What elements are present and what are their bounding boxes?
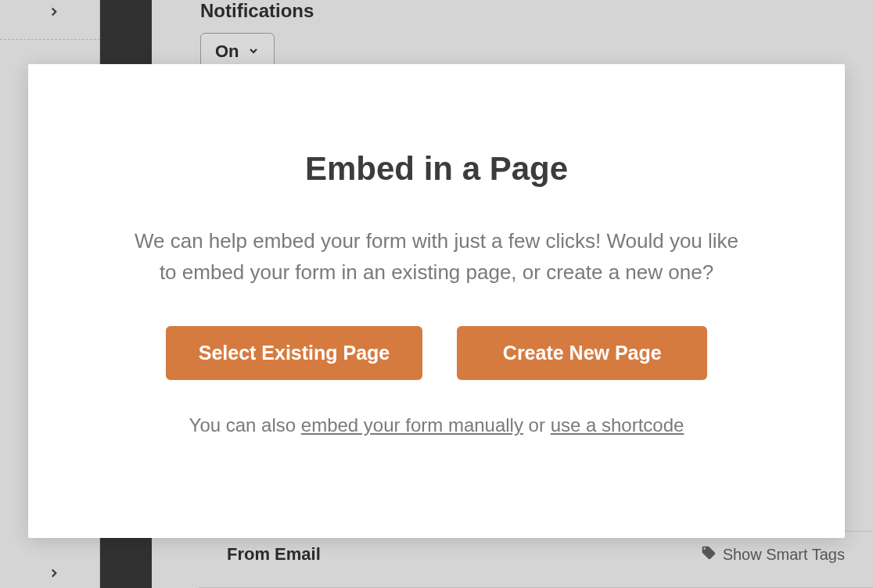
modal-footer-text: You can also embed your form manually or… xyxy=(189,414,684,436)
embed-modal: Embed in a Page We can help embed your f… xyxy=(28,64,845,538)
notifications-heading: Notifications xyxy=(200,0,314,22)
chevron-right-icon xyxy=(47,566,61,583)
chevron-right-icon xyxy=(47,5,61,22)
modal-title: Embed in a Page xyxy=(305,150,568,188)
smart-tags-label: Show Smart Tags xyxy=(723,546,845,564)
create-new-page-button[interactable]: Create New Page xyxy=(457,326,707,380)
from-email-label: From Email xyxy=(227,544,321,565)
footer-middle: or xyxy=(523,414,551,436)
modal-description: We can help embed your form with just a … xyxy=(131,225,742,289)
show-smart-tags-link[interactable]: Show Smart Tags xyxy=(701,545,845,565)
divider xyxy=(0,39,100,40)
modal-button-row: Select Existing Page Create New Page xyxy=(166,326,708,380)
footer-prefix: You can also xyxy=(189,414,301,436)
embed-manually-link[interactable]: embed your form manually xyxy=(301,414,523,436)
tag-icon xyxy=(701,545,717,565)
use-shortcode-link[interactable]: use a shortcode xyxy=(551,414,684,436)
select-existing-page-button[interactable]: Select Existing Page xyxy=(166,326,423,380)
chevron-down-icon xyxy=(247,41,260,62)
dropdown-value: On xyxy=(215,41,239,62)
